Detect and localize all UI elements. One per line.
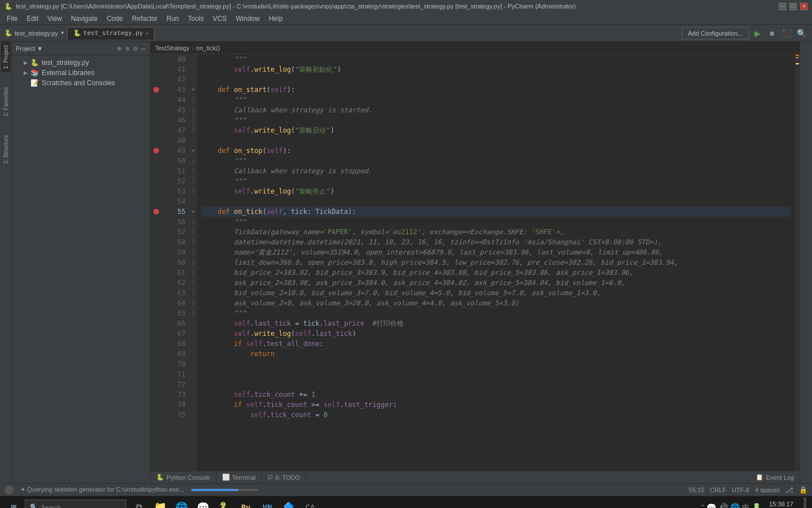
close-tab-icon[interactable]: ✕	[145, 30, 148, 36]
taskbar-item-py-trader[interactable]: Py	[236, 496, 256, 509]
code-line-41: self.write_log("策略初始化")	[201, 64, 791, 75]
coverage-button[interactable]: ⬛	[780, 27, 793, 40]
code-line-59: name='黄金2112', volume=35194.0, open_inte…	[201, 247, 791, 257]
project-collapse-icon[interactable]: ≡	[124, 43, 130, 54]
status-encoding[interactable]: UTF-8	[732, 487, 749, 493]
stop-button[interactable]: ■	[766, 27, 778, 40]
toolbar-tab-active[interactable]: 🐍 test_strategy.py ✕	[67, 27, 155, 40]
code-line-67: self.write_log(self.last_tick)	[201, 329, 791, 339]
tab-python-console[interactable]: 🐍 Python Console	[151, 471, 217, 484]
taskbar-item-vnstudio[interactable]: 🐍	[214, 496, 235, 509]
systray-battery-icon[interactable]: 🔋	[752, 503, 761, 509]
taskbar-item-vn-trader[interactable]: VN	[257, 496, 277, 509]
taskbar-item-wechat[interactable]: 💬	[193, 496, 213, 509]
taskbar-item-ca[interactable]: CA	[300, 496, 320, 509]
tab-todo[interactable]: ☑ 6: TODO	[262, 471, 306, 484]
menu-view[interactable]: View	[43, 14, 67, 24]
tree-label-external-libs: External Libraries	[42, 69, 94, 77]
breadcrumb-method[interactable]: on_tick()	[196, 45, 220, 51]
menu-tools[interactable]: Tools	[183, 14, 208, 24]
code-line-52: """	[201, 176, 791, 186]
event-log-icon: 📋	[756, 474, 764, 481]
search-everywhere-button[interactable]: 🔍	[795, 27, 807, 40]
menu-navigate[interactable]: Navigate	[67, 14, 102, 24]
show-desktop-button[interactable]	[804, 497, 806, 509]
code-line-50: """	[201, 156, 791, 166]
editor-area: TestStrategy › on_tick()	[151, 42, 800, 483]
code-line-45: Callback when strategy is started.	[201, 105, 791, 115]
systray-chat-icon[interactable]: 💬	[707, 503, 716, 509]
run-button[interactable]: ▶	[751, 27, 764, 40]
toolbar: 🐍test_strategy.py▼ 🐍 test_strategy.py ✕ …	[0, 25, 812, 42]
breadcrumb-class[interactable]: TestStrategy	[155, 45, 189, 51]
menu-run[interactable]: Run	[162, 14, 183, 24]
code-line-70	[201, 359, 791, 369]
project-locate-icon[interactable]: ⊕	[116, 43, 122, 54]
python-console-label: Python Console	[166, 474, 210, 481]
start-button[interactable]: ⊞	[2, 496, 25, 509]
project-panel-title: Project ▼	[16, 45, 43, 52]
menu-file[interactable]: File	[2, 14, 22, 24]
app-icon: 🐍	[5, 3, 12, 10]
project-panel: Project ▼ ⊕ ≡ ⚙ — ▶ 🐍 test_strategy.py ▶…	[12, 42, 151, 483]
panel-structure-tab[interactable]: 3: Structure	[1, 132, 11, 168]
event-log-button[interactable]: 📋 Event Log	[750, 474, 800, 481]
project-settings-icon[interactable]: ⚙	[133, 43, 139, 54]
right-panel-strip	[800, 42, 812, 483]
panel-favorites-tab[interactable]: 2: Favorites	[1, 84, 11, 120]
code-line-66: self.last_tick = tick.last_price #打印价格	[201, 318, 791, 329]
menu-edit[interactable]: Edit	[22, 14, 43, 24]
code-line-49: def on_stop(self):	[201, 146, 791, 156]
taskbar-item-chrome[interactable]: 🌐	[171, 496, 192, 509]
code-line-73: self.tick_count += 1	[201, 389, 791, 400]
code-line-46: """	[201, 115, 791, 125]
file-icon: 🐍	[73, 29, 81, 37]
code-line-47: self.write_log("策略启动")	[201, 125, 791, 135]
right-scroll-indicator	[795, 54, 800, 471]
maximize-button[interactable]: □	[789, 3, 797, 10]
clock-time: 15:36:17	[766, 501, 797, 507]
search-bar[interactable]: 🔍 Search	[25, 500, 126, 509]
event-log-label: Event Log	[766, 474, 794, 481]
tree-item-scratches[interactable]: 📝 Scratches and Consoles	[12, 78, 150, 88]
systray-ime-icon[interactable]: 中	[742, 502, 749, 509]
taskbar-item-file-explorer[interactable]: 📁	[150, 496, 170, 509]
line-number-gutter: 40 41 42 43 44 45 46 47 48 49 50 51 52 5…	[162, 54, 190, 471]
taskbar-item-pycharm[interactable]: 🔷	[279, 496, 299, 509]
code-line-48	[201, 135, 791, 146]
taskbar-item-task-view[interactable]: ⧉	[129, 496, 149, 509]
status-crlf[interactable]: CRLF	[710, 487, 726, 493]
menu-help[interactable]: Help	[264, 14, 288, 24]
minimize-button[interactable]: ─	[779, 3, 786, 10]
code-line-57: TickData(gateway_name='PAPER', symbol='a…	[201, 227, 791, 237]
systray-show-hidden[interactable]: ^	[701, 504, 704, 508]
systray-network-icon[interactable]: 🌐	[730, 503, 740, 509]
todo-icon: ☑	[267, 474, 273, 481]
marker-gutter	[151, 54, 162, 471]
code-line-68: if self.test_all_done:	[201, 339, 791, 349]
tree-item-external-libs[interactable]: ▶ 📚 External Libraries	[12, 68, 150, 78]
tab-terminal[interactable]: ⬜ Terminal	[217, 471, 262, 484]
code-line-58: datetime=datetime.datetime(2021, 11, 18,…	[201, 237, 791, 247]
menu-window[interactable]: Window	[231, 14, 264, 24]
code-area[interactable]: """ self.write_log("策略初始化") def on_start…	[197, 54, 795, 471]
status-indent[interactable]: 4 spaces	[755, 487, 780, 493]
close-button[interactable]: ✕	[800, 3, 807, 10]
code-line-69: return	[201, 349, 791, 359]
menu-refactor[interactable]: Refactor	[127, 14, 162, 24]
clock[interactable]: 15:36:17 2021/11/18	[764, 501, 799, 509]
menu-code[interactable]: Code	[102, 14, 127, 24]
tree-label-scratches: Scratches and Consoles	[42, 79, 115, 87]
add-configuration-button[interactable]: Add Configuration...	[682, 27, 749, 40]
tree-item-test-strategy[interactable]: ▶ 🐍 test_strategy.py	[12, 58, 150, 68]
systray-volume-icon[interactable]: 🔊	[718, 503, 728, 509]
panel-project-tab[interactable]: 1: Project	[1, 42, 11, 72]
systray-area: ^ 💬 🔊 🌐 中 🔋 15:36:17 2021/11/18	[698, 497, 810, 509]
breadcrumb: TestStrategy › on_tick()	[151, 42, 800, 54]
title-bar: 🐍 test_strategy.py [C:\Users\Administrat…	[0, 0, 812, 12]
project-close-icon[interactable]: —	[140, 43, 147, 54]
status-position[interactable]: 55:15	[689, 487, 705, 493]
code-line-54: 💡	[201, 196, 791, 207]
project-selector[interactable]: 🐍test_strategy.py▼	[5, 29, 65, 37]
menu-vcs[interactable]: VCS	[208, 14, 231, 24]
